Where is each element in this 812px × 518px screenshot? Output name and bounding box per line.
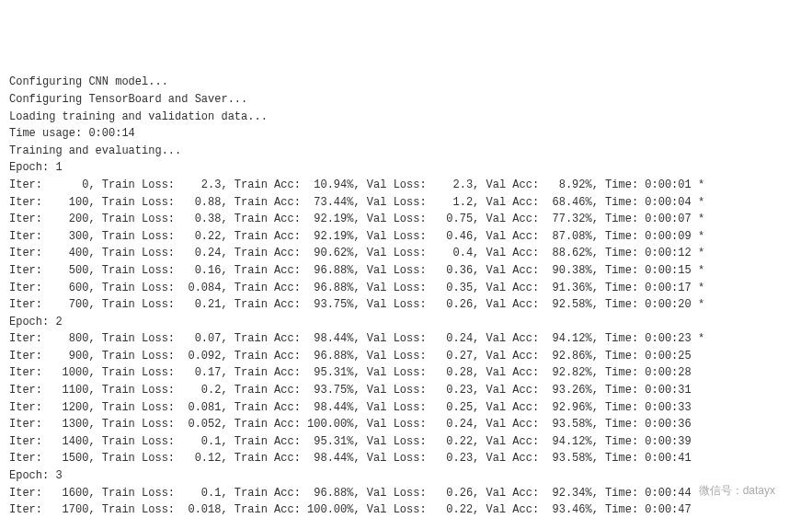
log-header-2: Loading training and validation data... xyxy=(9,109,803,126)
iter-row-800: Iter: 800, Train Loss: 0.07, Train Acc: … xyxy=(9,330,803,348)
iter-row-100: Iter: 100, Train Loss: 0.88, Train Acc: … xyxy=(9,194,803,212)
iter-row-600: Iter: 600, Train Loss: 0.084, Train Acc:… xyxy=(9,280,803,297)
iter-row-500: Iter: 500, Train Loss: 0.16, Train Acc: … xyxy=(9,262,803,280)
iter-row-1200: Iter: 1200, Train Loss: 0.081, Train Acc… xyxy=(9,399,803,417)
iter-row-400: Iter: 400, Train Loss: 0.24, Train Acc: … xyxy=(9,245,803,262)
iter-row-700: Iter: 700, Train Loss: 0.21, Train Acc: … xyxy=(9,296,803,314)
iter-row-1300: Iter: 1300, Train Loss: 0.052, Train Acc… xyxy=(9,416,803,433)
log-header-1: Configuring TensorBoard and Saver... xyxy=(9,91,803,109)
iter-row-1700: Iter: 1700, Train Loss: 0.018, Train Acc… xyxy=(9,501,803,518)
log-header-4: Training and evaluating... xyxy=(9,143,803,160)
iter-row-1000: Iter: 1000, Train Loss: 0.17, Train Acc:… xyxy=(9,364,803,382)
epoch-label-2: Epoch: 3 xyxy=(9,467,803,485)
iter-row-300: Iter: 300, Train Loss: 0.22, Train Acc: … xyxy=(9,228,803,246)
iter-row-1600: Iter: 1600, Train Loss: 0.1, Train Acc: … xyxy=(9,485,803,502)
iter-row-200: Iter: 200, Train Loss: 0.38, Train Acc: … xyxy=(9,211,803,228)
iter-row-900: Iter: 900, Train Loss: 0.092, Train Acc:… xyxy=(9,348,803,365)
iter-row-1500: Iter: 1500, Train Loss: 0.12, Train Acc:… xyxy=(9,450,803,467)
terminal-output: Configuring CNN model...Configuring Tens… xyxy=(9,74,803,518)
log-header-3: Time usage: 0:00:14 xyxy=(9,125,803,143)
log-header-0: Configuring CNN model... xyxy=(9,74,803,91)
iter-row-0: Iter: 0, Train Loss: 2.3, Train Acc: 10.… xyxy=(9,177,803,194)
epoch-label-0: Epoch: 1 xyxy=(9,159,803,177)
iter-row-1100: Iter: 1100, Train Loss: 0.2, Train Acc: … xyxy=(9,382,803,399)
iter-row-1400: Iter: 1400, Train Loss: 0.1, Train Acc: … xyxy=(9,433,803,451)
epoch-label-1: Epoch: 2 xyxy=(9,314,803,331)
